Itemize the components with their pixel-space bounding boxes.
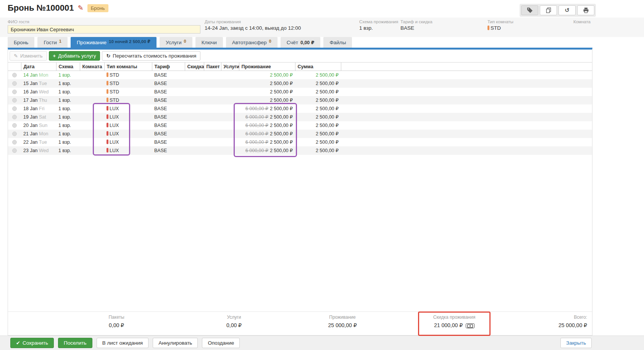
cell-room: [80, 88, 104, 96]
checkin-button[interactable]: Поселить: [58, 338, 92, 348]
cell-discount: [185, 71, 204, 79]
history-button[interactable]: ↺: [558, 5, 576, 15]
row-status-dot-icon: [12, 98, 17, 103]
cell-stay-price: 6 000,00 ₽2 500,00 ₽: [239, 121, 295, 130]
cell-room-type: STD: [104, 71, 152, 79]
tab-label: Гости: [44, 40, 56, 45]
cell-tariff: BASE: [152, 79, 185, 88]
cell-discount: [185, 121, 204, 130]
weekday-text: Tue: [39, 81, 47, 86]
price-text: 2 500,00 ₽: [270, 98, 293, 103]
cell-services: [221, 121, 239, 130]
cell-select: [8, 71, 21, 79]
room-type-text: LUX: [110, 140, 119, 145]
cell-scheme: 1 взр.: [56, 113, 80, 121]
table-row[interactable]: 15 Jan Tue1 взр.STDBASE2 500,00 ₽2 500,0…: [8, 79, 592, 88]
check-icon: ✔: [16, 340, 20, 346]
tab-guests[interactable]: Гости1: [37, 37, 68, 48]
cancel-booking-button[interactable]: Аннулировать: [153, 338, 198, 348]
add-service-button[interactable]: + Добавить услугу: [49, 51, 100, 61]
cell-tariff: BASE: [152, 71, 185, 79]
waitlist-button[interactable]: В лист ожидания: [97, 338, 148, 348]
cell-sum: 2 500,00 ₽: [295, 130, 341, 138]
room-type-marker-icon: [107, 72, 108, 77]
tab-files[interactable]: Файлы: [323, 37, 352, 48]
column-header: Скидка: [185, 63, 204, 71]
table-row[interactable]: 23 Jan Wed1 взр.LUXBASE6 000,00 ₽2 500,0…: [8, 146, 592, 155]
tab-transfer[interactable]: Автотрансфер0: [226, 37, 278, 48]
refresh-icon: ↻: [106, 53, 110, 59]
price-text: 2 500,00 ₽: [270, 106, 293, 111]
cell-package: [204, 121, 221, 130]
edit-button[interactable]: ✎ Изменить: [10, 51, 47, 61]
late-button[interactable]: Опоздание: [202, 338, 240, 348]
tariff-value: BASE: [400, 25, 487, 31]
date-text: 16 Jan: [23, 89, 38, 95]
tab-stay[interactable]: Проживание10 ночей 2 500,00 ₽: [71, 37, 157, 48]
grand-total-label: Всего:: [473, 315, 587, 320]
stay-dates-value: 14-24 Jan, заезд с 14:00, выезд до 12:00: [205, 25, 359, 31]
tab-invoice[interactable]: Счёт0,00 ₽: [281, 37, 321, 48]
tab-keys[interactable]: Ключи: [195, 37, 223, 48]
late-button-label: Опоздание: [208, 340, 234, 346]
table-row[interactable]: 17 Jan Thu1 взр.STDBASE2 500,00 ₽2 500,0…: [8, 96, 592, 104]
date-text: 14 Jan: [23, 72, 38, 78]
date-text: 23 Jan: [23, 148, 38, 153]
cell-date: 17 Jan Thu: [21, 96, 56, 104]
recalculate-button[interactable]: ↻ Пересчитать стоимость проживания: [102, 51, 200, 61]
cell-tariff: BASE: [152, 130, 185, 138]
cell-discount: [185, 130, 204, 138]
cell-date: 19 Jan Sat: [21, 113, 56, 121]
tags-button[interactable]: [521, 5, 538, 15]
bottom-action-bar: ✔ Сохранить Поселить В лист ожидания Анн…: [0, 336, 644, 350]
tab-services[interactable]: Услуги0: [160, 37, 192, 48]
cell-discount: [185, 138, 204, 146]
cell-stay-price: 2 500,00 ₽: [239, 79, 295, 88]
cell-scheme: 1 взр.: [56, 104, 80, 113]
cell-filler: [341, 146, 592, 155]
cell-stay-price: 2 500,00 ₽: [239, 96, 295, 104]
room-type-marker-icon: [107, 106, 108, 111]
table-row[interactable]: 14 Jan Mon1 взр.STDBASE2 500,00 ₽2 500,0…: [8, 71, 592, 79]
weekday-text: Wed: [39, 148, 48, 153]
date-text: 22 Jan: [23, 140, 38, 145]
table-row[interactable]: 18 Jan Fri1 взр.LUXBASE6 000,00 ₽2 500,0…: [8, 104, 592, 113]
print-icon: [583, 7, 589, 13]
weekday-text: Mon: [39, 131, 48, 136]
edit-title-icon[interactable]: ✎: [78, 4, 84, 12]
table-row[interactable]: 22 Jan Tue1 взр.LUXBASE6 000,00 ₽2 500,0…: [8, 138, 592, 146]
waitlist-button-label: В лист ожидания: [102, 340, 143, 346]
cell-filler: [341, 71, 592, 79]
close-button[interactable]: Закрыть: [560, 338, 592, 348]
cell-package: [204, 71, 221, 79]
price-text: 2 500,00 ₽: [270, 114, 293, 120]
guest-name-input[interactable]: [8, 25, 200, 34]
row-status-dot-icon: [12, 140, 17, 144]
table-row[interactable]: 16 Jan Wed1 взр.STDBASE2 500,00 ₽2 500,0…: [8, 88, 592, 96]
column-header: Комната: [80, 63, 104, 71]
table-row[interactable]: 21 Jan Mon1 взр.LUXBASE6 000,00 ₽2 500,0…: [8, 130, 592, 138]
tab-label: Бронь: [14, 40, 28, 45]
cell-room-type: STD: [104, 96, 152, 104]
save-button[interactable]: ✔ Сохранить: [10, 338, 54, 348]
cell-room: [80, 113, 104, 121]
tab-booking[interactable]: Бронь: [8, 37, 34, 48]
table-row[interactable]: 19 Jan Sat1 взр.LUXBASE6 000,00 ₽2 500,0…: [8, 113, 592, 121]
print-button[interactable]: [577, 5, 594, 15]
page-header: Бронь №100001 ✎ Бронь ↺: [0, 0, 644, 18]
table-row[interactable]: 20 Jan Sun1 взр.LUXBASE6 000,00 ₽2 500,0…: [8, 121, 592, 130]
guest-name-label: ФИО гостя: [8, 19, 205, 24]
cell-scheme: 1 взр.: [56, 96, 80, 104]
cell-filler: [341, 138, 592, 146]
price-text: 2 500,00 ₽: [270, 72, 293, 78]
copy-button[interactable]: [540, 5, 557, 15]
edit-button-label: Изменить: [20, 53, 43, 59]
cell-services: [221, 130, 239, 138]
cell-tariff: BASE: [152, 146, 185, 155]
old-price-text: 6 000,00 ₽: [245, 123, 268, 128]
tab-label: Ключи: [202, 40, 217, 45]
cell-scheme: 1 взр.: [56, 130, 80, 138]
tab-count-badge: 0: [184, 39, 186, 43]
old-price-text: 6 000,00 ₽: [245, 106, 268, 111]
room-type-marker-icon: [107, 131, 108, 136]
